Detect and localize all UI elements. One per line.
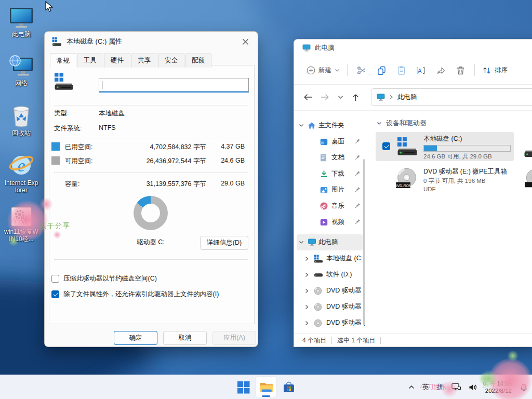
up-icon[interactable] bbox=[352, 94, 360, 101]
sidebar-item-videos[interactable]: 视频 bbox=[294, 214, 365, 230]
breadcrumb-item[interactable]: 此电脑 bbox=[397, 93, 417, 102]
ime-language-indicator[interactable]: 英 bbox=[422, 382, 429, 392]
home-icon bbox=[308, 122, 316, 129]
new-button[interactable]: 新建 bbox=[303, 63, 343, 78]
free-space-bytes: 26,436,972,544 字节 bbox=[147, 157, 206, 166]
network-icon bbox=[9, 55, 34, 78]
back-icon[interactable] bbox=[303, 94, 312, 101]
dvd-f-tile-partial[interactable] bbox=[524, 168, 532, 191]
chevron-right-icon[interactable] bbox=[305, 288, 309, 294]
chevron-right-icon[interactable] bbox=[305, 256, 309, 261]
desktop-icon-label: Internet Explorer bbox=[4, 179, 38, 194]
volume-label-input[interactable] bbox=[99, 78, 249, 92]
copy-button[interactable] bbox=[371, 61, 391, 79]
section-header-label: 设备和驱动器 bbox=[386, 118, 427, 128]
dialog-titlebar[interactable]: 本地磁盘 (C:) 属性 bbox=[45, 32, 258, 51]
sidebar-item-label: 视频 bbox=[331, 218, 344, 227]
desktop[interactable]: 此电脑 网络 回收站 e bbox=[0, 0, 532, 399]
rename-button[interactable]: A bbox=[411, 61, 431, 79]
tile-checkbox[interactable] bbox=[382, 142, 390, 150]
sidebar-item-downloads[interactable]: 下载 bbox=[294, 166, 365, 182]
forward-icon[interactable] bbox=[321, 94, 329, 101]
desktop-icon-win11-restore[interactable]: win11恢复WIN10经... bbox=[4, 207, 38, 243]
delete-button[interactable] bbox=[450, 61, 470, 79]
tab-hardware[interactable]: 硬件 bbox=[104, 54, 130, 68]
chevron-right-icon[interactable] bbox=[305, 321, 309, 326]
drive-icon bbox=[523, 139, 532, 158]
drive-filesystem: UDF bbox=[423, 186, 507, 192]
tab-security[interactable]: 安全 bbox=[158, 54, 184, 68]
sidebar-item-drive-d[interactable]: 软件 (D:) bbox=[294, 267, 365, 283]
drive-d-tile-partial[interactable] bbox=[523, 139, 532, 160]
sidebar-item-this-pc[interactable]: 此电脑 bbox=[297, 234, 363, 250]
explorer-titlebar[interactable]: 此电脑 bbox=[294, 39, 532, 56]
sidebar-item-documents[interactable]: 文档 bbox=[294, 150, 365, 166]
network-icon[interactable] bbox=[451, 383, 461, 391]
details-button[interactable]: 详细信息(D) bbox=[200, 236, 248, 250]
address-bar[interactable]: 此电脑 bbox=[371, 88, 532, 106]
paste-button[interactable] bbox=[391, 61, 411, 79]
index-checkbox[interactable] bbox=[51, 290, 59, 298]
cut-button[interactable] bbox=[352, 61, 371, 79]
desktop-icon-label: 回收站 bbox=[12, 129, 31, 137]
notifications-bell-icon[interactable] bbox=[520, 383, 528, 392]
sidebar-item-drive-c[interactable]: 本地磁盘 (C:) bbox=[294, 250, 365, 267]
recycle-bin-icon bbox=[10, 104, 33, 128]
pin-icon bbox=[355, 154, 361, 161]
tray-chevron-up-icon[interactable] bbox=[408, 385, 415, 389]
sidebar-item-desktop[interactable]: 桌面 bbox=[294, 134, 365, 150]
compress-checkbox[interactable] bbox=[51, 275, 59, 283]
desktop-icon-internet-explorer[interactable]: e Internet Explorer bbox=[4, 152, 38, 194]
taskbar-store-button[interactable] bbox=[278, 377, 299, 397]
chevron-right-icon[interactable] bbox=[305, 304, 309, 310]
desktop-icon-this-pc[interactable]: 此电脑 bbox=[4, 7, 38, 38]
desktop-icon-network[interactable]: 网络 bbox=[4, 55, 38, 87]
ime-pinyin-indicator[interactable]: 拼 bbox=[437, 382, 444, 392]
sidebar-scrollbar[interactable] bbox=[363, 159, 365, 325]
sidebar-item-home[interactable]: 主文件夹 bbox=[294, 117, 365, 134]
chevron-down-icon[interactable] bbox=[377, 122, 382, 125]
dvd-e-tile[interactable]: DVD-ROM DVD 驱动器 (E:) 微PE工具箱 0 字节 可用, 共 1… bbox=[376, 164, 514, 194]
sort-icon bbox=[482, 66, 491, 75]
sort-button[interactable]: 排序 bbox=[479, 63, 511, 78]
this-pc-icon bbox=[308, 238, 316, 246]
this-pc-icon bbox=[377, 94, 385, 101]
tab-tools[interactable]: 工具 bbox=[77, 54, 103, 68]
pin-icon bbox=[355, 187, 361, 193]
start-button[interactable] bbox=[233, 377, 254, 397]
sidebar-item-dvd-f[interactable]: DVD 驱动器 (F:) bbox=[294, 299, 365, 315]
desktop-icon-recycle-bin[interactable]: 回收站 bbox=[4, 104, 38, 137]
apply-button[interactable]: 应用(A) bbox=[212, 331, 256, 345]
drive-c-tile[interactable]: 本地磁盘 (C:) 24.6 GB 可用, 共 29.0 GB bbox=[376, 132, 514, 161]
dvd-icon bbox=[314, 319, 322, 327]
chevron-down-icon[interactable] bbox=[299, 124, 304, 127]
download-icon bbox=[320, 170, 328, 178]
close-button[interactable] bbox=[236, 34, 254, 49]
sidebar-item-dvd-e[interactable]: DVD 驱动器 (E:) bbox=[294, 283, 365, 299]
sidebar-item-dvd-2[interactable]: DVD 驱动器 (F:) bbox=[294, 315, 365, 331]
chevron-down-icon[interactable] bbox=[299, 241, 304, 244]
chevron-right-icon[interactable] bbox=[305, 272, 309, 277]
cancel-button[interactable]: 取消 bbox=[163, 331, 207, 345]
sidebar-item-label: 音乐 bbox=[331, 202, 344, 210]
volume-icon[interactable] bbox=[469, 383, 477, 391]
capacity-size: 29.0 GB bbox=[221, 180, 245, 187]
tab-sharing[interactable]: 共享 bbox=[131, 54, 157, 68]
section-devices-and-drives[interactable]: 设备和驱动器 bbox=[377, 118, 427, 128]
taskbar-file-explorer-button[interactable] bbox=[256, 377, 276, 397]
sidebar-item-label: 下载 bbox=[331, 169, 344, 178]
tray-clock[interactable]: 14:55 2022/8/12 bbox=[485, 380, 512, 394]
dvd-rom-badge: DVD-ROM bbox=[395, 184, 412, 188]
dvd-rom-icon: DVD-ROM bbox=[395, 167, 418, 190]
sidebar-item-music[interactable]: 音乐 bbox=[294, 198, 365, 214]
tab-general[interactable]: 常规 bbox=[50, 53, 76, 68]
sidebar-item-pictures[interactable]: 图片 bbox=[294, 182, 365, 198]
ok-button[interactable]: 确定 bbox=[114, 331, 157, 345]
divider bbox=[54, 259, 248, 260]
share-button[interactable] bbox=[431, 61, 450, 79]
pin-icon bbox=[355, 170, 361, 177]
history-chevron-icon[interactable] bbox=[338, 95, 343, 99]
used-space-swatch bbox=[51, 142, 60, 151]
tab-quota[interactable]: 配额 bbox=[185, 54, 211, 68]
used-space-size: 4.37 GB bbox=[221, 143, 245, 150]
